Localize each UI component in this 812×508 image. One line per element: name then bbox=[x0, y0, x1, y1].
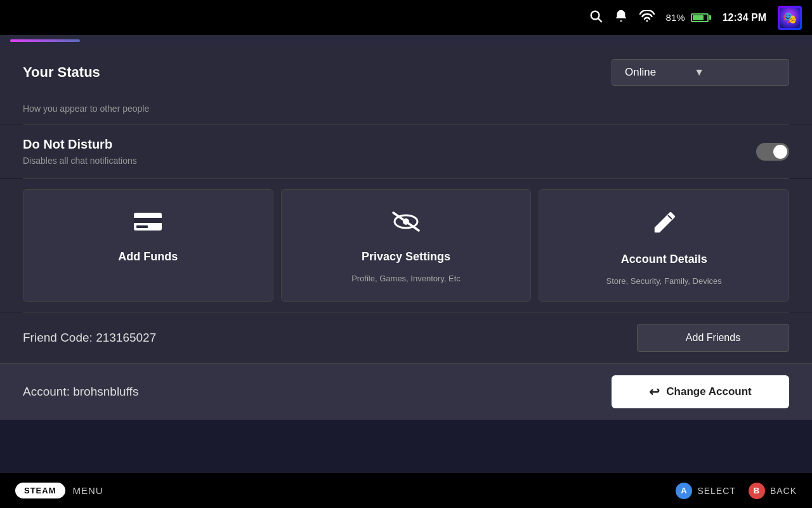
status-dropdown-value: Online bbox=[625, 66, 656, 79]
battery-percent: 81% bbox=[666, 12, 685, 23]
friend-code-number: 213165027 bbox=[96, 331, 156, 344]
bottom-actions: A SELECT B BACK bbox=[676, 483, 797, 499]
add-funds-title: Add Funds bbox=[118, 250, 178, 264]
svg-line-1 bbox=[598, 18, 601, 22]
privacy-settings-card[interactable]: Privacy Settings Profile, Games, Invento… bbox=[281, 189, 532, 302]
account-label: Account: bbox=[23, 385, 70, 398]
svg-rect-4 bbox=[134, 218, 162, 223]
b-button[interactable]: B bbox=[749, 483, 765, 499]
account-details-title: Account Details bbox=[621, 253, 707, 266]
change-account-button[interactable]: ↩ Change Account bbox=[612, 375, 789, 408]
steam-menu: STEAM MENU bbox=[15, 483, 103, 498]
top-bar: 81% 12:34 PM 🎭 bbox=[0, 0, 812, 35]
dnd-info: Do Not Disturb Disables all chat notific… bbox=[23, 137, 137, 166]
status-description: How you appear to other people bbox=[0, 98, 812, 124]
back-action: B BACK bbox=[749, 483, 797, 499]
select-action: A SELECT bbox=[676, 483, 735, 499]
status-label: Your Status bbox=[23, 64, 100, 81]
chevron-down-icon: ▼ bbox=[694, 67, 704, 78]
privacy-icon bbox=[391, 209, 421, 240]
add-funds-card[interactable]: Add Funds bbox=[23, 189, 273, 302]
cards-row: Add Funds Privacy Settings Profile, Game… bbox=[0, 179, 812, 312]
privacy-settings-title: Privacy Settings bbox=[362, 250, 450, 264]
account-username-value: brohsnbluffs bbox=[73, 385, 138, 398]
back-label: BACK bbox=[770, 486, 797, 496]
progress-bar-container bbox=[0, 35, 812, 46]
a-button[interactable]: A bbox=[676, 483, 692, 499]
account-details-card[interactable]: Account Details Store, Security, Family,… bbox=[539, 189, 789, 302]
pencil-icon bbox=[650, 209, 678, 243]
dnd-row: Do Not Disturb Disables all chat notific… bbox=[0, 124, 812, 178]
bottom-bar: STEAM MENU A SELECT B BACK bbox=[0, 473, 812, 508]
svg-rect-5 bbox=[136, 225, 148, 228]
dnd-label: Do Not Disturb bbox=[23, 137, 137, 152]
dnd-description: Disables all chat notifications bbox=[23, 156, 137, 166]
battery-icon bbox=[689, 13, 711, 22]
privacy-settings-subtitle: Profile, Games, Inventory, Etc bbox=[351, 274, 461, 283]
notification-icon[interactable] bbox=[614, 9, 628, 26]
select-label: SELECT bbox=[697, 486, 735, 496]
account-text: Account: brohsnbluffs bbox=[23, 385, 138, 399]
battery-area: 81% bbox=[666, 12, 711, 23]
time-display: 12:34 PM bbox=[723, 12, 766, 23]
change-account-icon: ↩ bbox=[649, 384, 660, 399]
friend-code-label: Friend Code: bbox=[23, 331, 93, 344]
top-bar-icons: 81% 12:34 PM 🎭 bbox=[589, 6, 802, 30]
account-details-subtitle: Store, Security, Family, Devices bbox=[606, 276, 722, 286]
search-icon[interactable] bbox=[589, 9, 603, 26]
avatar[interactable]: 🎭 bbox=[778, 6, 802, 30]
toggle-knob bbox=[773, 145, 787, 159]
avatar-image: 🎭 bbox=[780, 8, 800, 28]
status-row: Your Status Online ▼ bbox=[0, 46, 812, 98]
change-account-label: Change Account bbox=[666, 385, 751, 398]
account-row: Account: brohsnbluffs ↩ Change Account bbox=[0, 363, 812, 420]
progress-bar bbox=[10, 39, 80, 42]
friend-row: Friend Code: 213165027 Add Friends bbox=[0, 312, 812, 363]
creditcard-icon bbox=[133, 209, 163, 240]
friend-code-text: Friend Code: 213165027 bbox=[23, 331, 156, 345]
dnd-toggle[interactable] bbox=[756, 143, 789, 161]
svg-point-2 bbox=[646, 20, 648, 22]
steam-badge[interactable]: STEAM bbox=[15, 483, 65, 498]
menu-label: MENU bbox=[73, 485, 103, 496]
signal-icon bbox=[639, 10, 655, 25]
status-dropdown[interactable]: Online ▼ bbox=[612, 59, 789, 86]
add-friends-button[interactable]: Add Friends bbox=[637, 324, 789, 352]
